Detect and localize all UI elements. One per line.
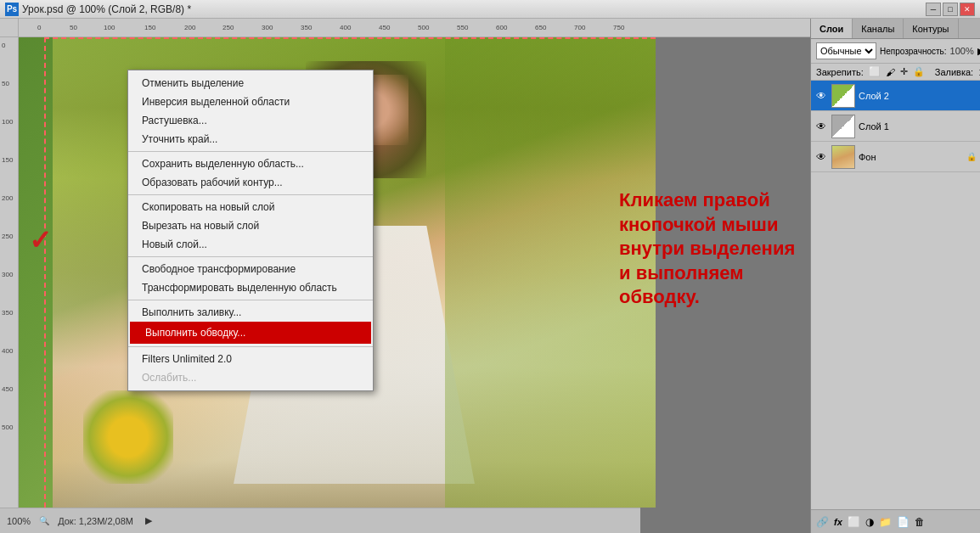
minimize-button[interactable]: ─: [926, 3, 941, 16]
menu-fill[interactable]: Выполнить заливку...: [128, 303, 373, 322]
ruler-v-0: 0: [2, 42, 5, 49]
separator-5: [128, 346, 373, 347]
layer-effects-icon[interactable]: fx: [834, 517, 842, 527]
separator-4: [128, 300, 373, 300]
menu-cancel-selection[interactable]: Отменить выделение: [128, 74, 373, 93]
layer-item-layer2[interactable]: 👁 Слой 2: [811, 81, 980, 111]
grass-shape: [445, 37, 656, 508]
title-bar: Ps Урок.psd @ 100% (Слой 2, RGB/8) * ─ □…: [0, 0, 980, 19]
lock-paint-icon[interactable]: 🖌: [886, 67, 895, 77]
menu-filters-unlimited[interactable]: Filters Unlimited 2.0: [128, 350, 373, 368]
ruler-mark-450: 450: [379, 24, 390, 31]
checkmark-icon: ✓: [29, 224, 52, 256]
ruler-v-300: 300: [2, 271, 13, 278]
scroll-arrow[interactable]: ▶: [145, 515, 152, 526]
panel-tabs: Слои Каналы Контуры: [811, 19, 980, 39]
menu-free-transform[interactable]: Свободное трансформирование: [128, 260, 373, 278]
background-lock-icon: 🔒: [966, 152, 977, 161]
blend-opacity-row: Обычные Непрозрачность: 100% ▶: [811, 39, 980, 64]
folder-icon[interactable]: 📁: [879, 516, 892, 528]
layers-list: 👁 Слой 2 👁 Слой 1 👁 Фон 🔒: [811, 81, 980, 509]
layer1-thumbnail: [831, 115, 855, 138]
ruler-mark-400: 400: [340, 24, 351, 31]
window-controls: ─ □ ✕: [926, 3, 975, 16]
ruler-corner: [0, 19, 19, 37]
opacity-label: Непрозрачность:: [880, 47, 947, 56]
tab-layers[interactable]: Слои: [811, 19, 853, 38]
ruler-top: 0 50 100 150 200 250 300 350 400 450 500…: [19, 19, 810, 37]
menu-copy-new-layer[interactable]: Скопировать на новый слой: [128, 198, 373, 216]
flowers-shape: [83, 390, 174, 485]
ruler-v-350: 350: [2, 309, 13, 317]
layer-item-layer1[interactable]: 👁 Слой 1: [811, 111, 980, 142]
menu-stroke[interactable]: Выполнить обводку...: [130, 322, 371, 344]
layer1-name: Слой 1: [859, 121, 977, 132]
panel-bottom-toolbar: 🔗 fx ⬜ ◑ 📁 📄 🗑: [811, 509, 980, 533]
ruler-mark-250: 250: [222, 24, 234, 31]
zoom-level: 100%: [7, 516, 31, 526]
ruler-mark-300: 300: [262, 24, 273, 31]
selection-top-border: [44, 37, 656, 39]
menu-refine-edge[interactable]: Уточнить край...: [128, 130, 373, 149]
right-panel: Кликаем правой кнопочкой мыши внутри выд…: [810, 19, 980, 533]
opacity-value: 100%: [950, 46, 974, 56]
close-button[interactable]: ✕: [960, 3, 975, 16]
ruler-v-50: 50: [2, 80, 9, 87]
ruler-mark-700: 700: [574, 24, 585, 31]
main-area: 0 50 100 150 200 250 300 350 400 450 500…: [0, 19, 980, 533]
separator-1: [128, 151, 373, 152]
tab-channels[interactable]: Каналы: [853, 19, 904, 38]
lock-row: Закрепить: ⬜ 🖌 ✛ 🔒 Заливка: 100% ▶: [811, 64, 980, 81]
ruler-v-200: 200: [2, 194, 13, 202]
add-mask-icon[interactable]: ⬜: [848, 516, 860, 528]
adjustment-layer-icon[interactable]: ◑: [865, 516, 874, 528]
menu-feather[interactable]: Растушевка...: [128, 111, 373, 130]
delete-layer-icon[interactable]: 🗑: [915, 516, 925, 528]
link-layers-icon[interactable]: 🔗: [816, 516, 829, 528]
status-bar: 100% 🔍 Док: 1,23М/2,08М ▶: [0, 508, 640, 533]
ruler-mark-500: 500: [418, 24, 429, 31]
context-menu: Отменить выделение Инверсия выделенной о…: [127, 70, 374, 391]
menu-save-selection[interactable]: Сохранить выделенную область...: [128, 154, 373, 173]
blend-mode-select[interactable]: Обычные: [816, 42, 876, 59]
ruler-mark-650: 650: [535, 24, 546, 31]
maximize-button[interactable]: □: [943, 3, 958, 16]
ruler-mark-200: 200: [184, 24, 195, 31]
ruler-v-400: 400: [2, 347, 13, 355]
ruler-v-500: 500: [2, 424, 13, 431]
tab-paths[interactable]: Контуры: [904, 19, 958, 38]
menu-transform-selection[interactable]: Трансформировать выделенную область: [128, 278, 373, 297]
window-title: Урок.psd @ 100% (Слой 2, RGB/8) *: [22, 3, 926, 15]
zoom-indicator: 🔍: [39, 516, 49, 525]
lock-position-icon[interactable]: ✛: [900, 66, 908, 77]
layer2-thumbnail: [831, 84, 855, 108]
background-thumbnail: [831, 145, 855, 169]
canvas-area: 0 50 100 150 200 250 300 350 400 450 500…: [0, 19, 810, 533]
separator-3: [128, 256, 373, 257]
ruler-v-150: 150: [2, 156, 13, 164]
ruler-mark-150: 150: [144, 24, 155, 31]
background-visibility-icon[interactable]: 👁: [814, 150, 828, 164]
menu-cut-new-layer[interactable]: Вырезать на новый слой: [128, 216, 373, 235]
separator-2: [128, 194, 373, 195]
layer2-visibility-icon[interactable]: 👁: [814, 89, 828, 103]
ruler-mark-100: 100: [104, 24, 115, 31]
selection-left-border: [44, 37, 46, 508]
ruler-left: 0 50 100 150 200 250 300 350 400 450 500: [0, 37, 19, 508]
menu-invert-selection[interactable]: Инверсия выделенной области: [128, 93, 373, 111]
menu-new-layer[interactable]: Новый слой...: [128, 235, 373, 254]
app-icon: Ps: [5, 3, 19, 16]
ruler-mark-550: 550: [457, 24, 468, 31]
ruler-mark-600: 600: [496, 24, 507, 31]
lock-transparent-icon[interactable]: ⬜: [869, 66, 881, 77]
ruler-mark-750: 750: [613, 24, 624, 31]
fill-label: Заливка:: [935, 67, 973, 77]
new-layer-icon[interactable]: 📄: [897, 516, 910, 528]
layer1-visibility-icon[interactable]: 👁: [814, 120, 828, 133]
ruler-mark-350: 350: [301, 24, 312, 31]
lock-all-icon[interactable]: 🔒: [913, 66, 925, 77]
ruler-mark-50: 50: [70, 24, 77, 31]
menu-make-workpath[interactable]: Образовать рабочий контур...: [128, 173, 373, 192]
ruler-v-450: 450: [2, 385, 13, 393]
layer-item-background[interactable]: 👁 Фон 🔒: [811, 142, 980, 172]
